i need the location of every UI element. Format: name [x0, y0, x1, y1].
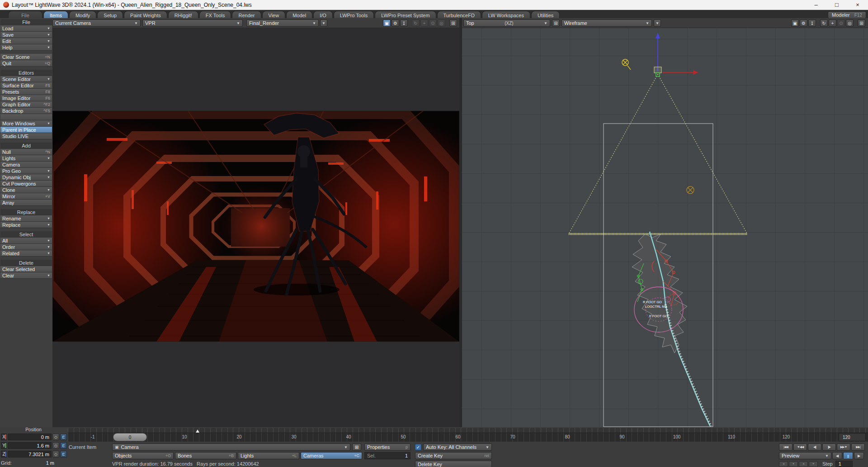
sidebar-item[interactable]: Clone ▼: [0, 187, 52, 193]
play-reverse-button[interactable]: ◀: [832, 452, 842, 459]
render-mode-dropdown[interactable]: Final_Render▼: [246, 19, 319, 27]
end-frame-field[interactable]: 120: [839, 433, 866, 441]
menu-tab[interactable]: Setup: [97, 11, 123, 19]
next-frame-button[interactable]: ||▶: [822, 443, 836, 451]
cameras-button[interactable]: Cameras+C: [301, 452, 362, 459]
sidebar-item[interactable]: Quit +Q: [0, 60, 52, 67]
menu-tab[interactable]: Items: [43, 11, 68, 19]
z-axis-tab[interactable]: Z: [1, 451, 7, 457]
magnify-icon[interactable]: ◎: [846, 19, 854, 27]
z-position-field[interactable]: 7.3021 m: [8, 451, 52, 457]
sidebar-item[interactable]: Replace ▼: [0, 222, 52, 228]
menu-tab[interactable]: TurbulenceFD: [437, 11, 481, 19]
shading-options-chevron[interactable]: ▼: [654, 19, 661, 27]
go-end-button[interactable]: ▶▶|: [851, 443, 865, 451]
sidebar-item[interactable]: Presets F8: [0, 89, 52, 95]
sidebar-item[interactable]: Scene Editor ▼: [0, 76, 52, 82]
sidebar-item[interactable]: More Windows ▼: [0, 120, 52, 127]
prev-frame-button[interactable]: ◀||: [808, 443, 821, 451]
pan-icon[interactable]: +: [829, 19, 836, 27]
item-list-button[interactable]: ⊞: [352, 443, 361, 451]
current-item-dropdown[interactable]: ▣ Camera ▼: [112, 443, 350, 451]
prev-key-button[interactable]: ▼◀◀: [793, 443, 807, 451]
menu-tab[interactable]: I/O: [313, 11, 333, 19]
x-position-field[interactable]: 0 m: [8, 434, 52, 440]
menu-tab[interactable]: FX Tools: [199, 11, 231, 19]
shading-mode-dropdown[interactable]: Wireframe▼: [561, 19, 652, 27]
go-start-button[interactable]: |◀◀: [779, 443, 793, 451]
menu-tab[interactable]: Utilities: [531, 11, 560, 19]
timeline-ruler[interactable]: -1102030405060708090100110120: [68, 433, 868, 442]
next-step-button[interactable]: ▾: [809, 461, 818, 467]
maximize-icon[interactable]: ⊞: [858, 19, 865, 27]
x-axis-tab[interactable]: X: [1, 434, 7, 440]
zoom-icon[interactable]: ⊙: [837, 19, 845, 27]
view-type-dropdown[interactable]: Top (XZ) ▼: [463, 19, 550, 27]
step-value-field[interactable]: 1: [835, 461, 853, 467]
delete-key-button[interactable]: Delete Key: [415, 461, 492, 467]
magnify-icon[interactable]: ◎: [438, 19, 445, 27]
close-button[interactable]: ×: [847, 0, 868, 10]
y-envelope-button[interactable]: E: [60, 442, 67, 449]
undo-button[interactable]: ◂: [779, 461, 788, 467]
maximize-button[interactable]: □: [826, 0, 847, 10]
sidebar-item[interactable]: Null ^N: [0, 149, 52, 155]
menu-tab[interactable]: LWPro Preset System: [375, 11, 436, 19]
pan-grid-icon[interactable]: ⊞: [552, 19, 560, 27]
current-camera-dropdown[interactable]: Current Camera▼: [52, 19, 141, 27]
menu-tab[interactable]: View: [262, 11, 286, 19]
pan-icon[interactable]: +: [420, 19, 428, 27]
properties-button[interactable]: Properties p: [364, 443, 410, 451]
sidebar-item[interactable]: Camera: [0, 162, 52, 168]
minimize-button[interactable]: –: [806, 0, 826, 10]
sidebar-item[interactable]: Lights ▼: [0, 155, 52, 162]
redo-button[interactable]: ▾: [789, 461, 798, 467]
z-range-button[interactable]: ◇: [52, 451, 59, 457]
render-camera-icon[interactable]: ▣: [791, 19, 799, 27]
sidebar-item[interactable]: Graph Editor ^F2: [0, 101, 52, 108]
timeline-playhead[interactable]: 0: [113, 433, 147, 441]
sidebar-item[interactable]: Pro Geo ▼: [0, 168, 52, 174]
autokey-checkbox[interactable]: ✓: [415, 444, 421, 450]
render-camera-icon[interactable]: ▣: [383, 19, 391, 27]
sidebar-item[interactable]: All ▼: [0, 238, 52, 244]
timeline-tick-strip[interactable]: [68, 428, 868, 433]
autokey-dropdown[interactable]: Auto Key: All Channels ▼: [423, 443, 492, 451]
sidebar-item[interactable]: Clear Scene +N: [0, 54, 52, 60]
top-viewport[interactable]: R FOOT GO LOGCTRL NU F FOOT GO: [462, 28, 868, 427]
menu-tab[interactable]: RHiggit!: [168, 11, 198, 19]
sidebar-item[interactable]: Help ▼: [0, 44, 52, 51]
preview-dropdown[interactable]: Preview ▼: [779, 452, 831, 459]
renderer-dropdown[interactable]: VPR▼: [142, 19, 243, 27]
sidebar-item[interactable]: Surface Editor F5: [0, 82, 52, 89]
sidebar-item[interactable]: Image Editor F6: [0, 95, 52, 101]
prev-step-button[interactable]: ◂: [799, 461, 808, 467]
menu-tab[interactable]: Render: [232, 11, 261, 19]
play-forward-button[interactable]: ▶: [854, 452, 864, 459]
x-envelope-button[interactable]: E: [60, 434, 67, 440]
gear-icon[interactable]: ⚙: [800, 19, 807, 27]
y-range-button[interactable]: ◇: [52, 442, 59, 449]
sidebar-item[interactable]: Clear ▼: [0, 272, 52, 279]
y-position-field[interactable]: 1.6 m: [8, 442, 52, 449]
maximize-icon[interactable]: ⊞: [449, 19, 457, 27]
camera-viewport[interactable]: [52, 28, 459, 427]
z-envelope-button[interactable]: E: [60, 451, 67, 457]
next-key-button[interactable]: ▶▶▼: [837, 443, 850, 451]
sidebar-item[interactable]: Clear Selected: [0, 266, 52, 272]
sidebar-item[interactable]: Edit ▼: [0, 38, 52, 44]
sidebar-item[interactable]: Studio LIVE: [0, 133, 52, 139]
lights-button[interactable]: Lights+L: [238, 452, 299, 459]
create-key-button[interactable]: Create Key ret: [415, 452, 492, 459]
orbit-icon[interactable]: ↻: [820, 19, 828, 27]
menu-tab[interactable]: Paint Weights: [124, 11, 167, 19]
y-axis-tab[interactable]: Y: [1, 442, 7, 449]
x-range-button[interactable]: ◇: [52, 434, 59, 440]
bones-button[interactable]: Bones+B: [175, 452, 236, 459]
menu-tab[interactable]: Model: [286, 11, 312, 19]
menu-tab[interactable]: LWPro Tools: [334, 11, 374, 19]
sidebar-item[interactable]: Array: [0, 200, 52, 206]
modeler-button[interactable]: Modeler F12: [828, 11, 866, 19]
sidebar-item[interactable]: Cvt Powergons: [0, 181, 52, 187]
sidebar-item[interactable]: Rename ▼: [0, 215, 52, 222]
